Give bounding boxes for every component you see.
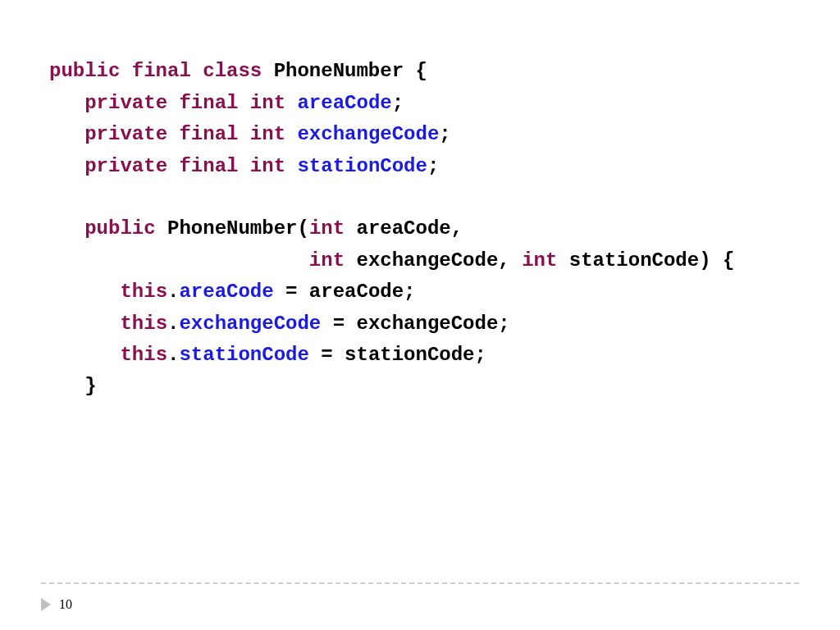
dot: .	[167, 344, 179, 366]
keyword: private final int	[84, 123, 285, 145]
keyword-this: this	[120, 281, 167, 303]
indent	[49, 281, 120, 303]
semicolon: ;	[439, 123, 450, 145]
indent	[49, 155, 84, 177]
field-name: stationCode	[297, 155, 427, 177]
keyword: private final int	[84, 92, 285, 114]
field-name: areaCode	[297, 92, 391, 114]
divider	[41, 582, 799, 584]
dot: .	[167, 281, 179, 303]
param: stationCode) {	[557, 249, 734, 272]
slide: public final class PhoneNumber { private…	[0, 0, 840, 630]
keyword: public	[84, 217, 155, 240]
space	[285, 155, 297, 177]
page-number: 10	[59, 597, 72, 612]
assignment: = exchangeCode;	[321, 313, 509, 335]
space	[285, 92, 297, 114]
assignment: = areaCode;	[274, 281, 416, 303]
semicolon: ;	[427, 155, 439, 177]
param: exchangeCode,	[345, 249, 522, 272]
keyword: private final int	[84, 155, 285, 177]
type: int	[309, 249, 345, 272]
param: areaCode,	[345, 217, 463, 240]
field-name: exchangeCode	[297, 123, 439, 145]
slide-footer: 10	[41, 597, 72, 612]
code-block: public final class PhoneNumber { private…	[49, 25, 791, 434]
type: int	[522, 249, 557, 272]
play-arrow-icon	[41, 598, 51, 611]
close-brace: }	[49, 375, 97, 397]
space	[285, 123, 297, 145]
assignment: = stationCode;	[309, 344, 486, 366]
field-name: stationCode	[179, 344, 308, 366]
keyword-this: this	[120, 313, 167, 335]
indent	[49, 344, 120, 366]
class-decl: PhoneNumber {	[262, 60, 427, 82]
field-name: exchangeCode	[179, 313, 321, 335]
constructor-name: PhoneNumber(	[156, 217, 309, 240]
indent	[49, 92, 84, 114]
indent	[49, 123, 84, 145]
semicolon: ;	[392, 92, 404, 114]
keyword-this: this	[120, 344, 167, 366]
indent	[49, 217, 84, 240]
indent	[49, 313, 120, 335]
field-name: areaCode	[179, 281, 273, 303]
keyword: public final class	[49, 60, 262, 82]
dot: .	[167, 313, 179, 335]
indent	[49, 249, 309, 272]
type: int	[309, 217, 345, 240]
